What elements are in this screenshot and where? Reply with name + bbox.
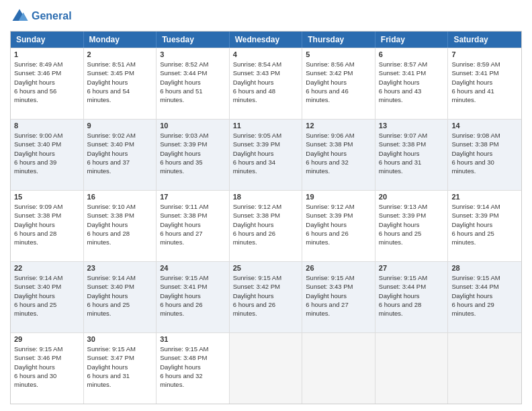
day-cell-26: 26 Sunrise: 9:15 AM Sunset: 3:43 PM Dayl… — [302, 262, 375, 332]
empty-cell — [302, 333, 375, 404]
day-cell-12: 12 Sunrise: 9:06 AM Sunset: 3:38 PM Dayl… — [302, 120, 375, 190]
day-cell-18: 18 Sunrise: 9:12 AM Sunset: 3:38 PM Dayl… — [230, 191, 303, 261]
calendar-row: 29 Sunrise: 9:15 AM Sunset: 3:46 PM Dayl… — [11, 332, 521, 404]
cell-content: Sunrise: 9:15 AM Sunset: 3:44 PM Dayligh… — [379, 273, 445, 318]
cell-content: Sunrise: 9:14 AM Sunset: 3:39 PM Dayligh… — [451, 202, 518, 246]
day-number: 10 — [160, 122, 226, 130]
cell-content: Sunrise: 9:02 AM Sunset: 3:40 PM Dayligh… — [87, 131, 153, 175]
day-number: 29 — [14, 335, 80, 343]
cell-content: Sunrise: 9:15 AM Sunset: 3:43 PM Dayligh… — [306, 273, 371, 318]
day-header-wednesday: Wednesday — [230, 32, 303, 48]
cell-content: Sunrise: 9:10 AM Sunset: 3:38 PM Dayligh… — [87, 202, 153, 246]
calendar-row: 22 Sunrise: 9:14 AM Sunset: 3:40 PM Dayl… — [11, 261, 521, 332]
day-number: 27 — [379, 264, 445, 272]
cell-content: Sunrise: 9:15 AM Sunset: 3:46 PM Dayligh… — [14, 345, 80, 389]
cell-content: Sunrise: 8:56 AM Sunset: 3:42 PM Dayligh… — [306, 60, 371, 104]
day-header-saturday: Saturday — [448, 32, 521, 48]
day-number: 3 — [160, 50, 226, 58]
day-number: 21 — [451, 193, 518, 201]
cell-content: Sunrise: 9:15 AM Sunset: 3:42 PM Dayligh… — [233, 273, 299, 318]
day-cell-6: 6 Sunrise: 8:57 AM Sunset: 3:41 PM Dayli… — [375, 48, 449, 119]
day-cell-24: 24 Sunrise: 9:15 AM Sunset: 3:41 PM Dayl… — [157, 262, 230, 332]
cell-content: Sunrise: 9:06 AM Sunset: 3:38 PM Dayligh… — [306, 131, 371, 175]
day-number: 12 — [306, 122, 371, 130]
day-header-thursday: Thursday — [302, 32, 375, 48]
calendar: SundayMondayTuesdayWednesdayThursdayFrid… — [10, 31, 522, 404]
day-number: 30 — [87, 335, 153, 343]
cell-content: Sunrise: 8:49 AM Sunset: 3:46 PM Dayligh… — [14, 60, 80, 104]
cell-content: Sunrise: 9:05 AM Sunset: 3:39 PM Dayligh… — [233, 131, 299, 175]
day-number: 4 — [233, 50, 299, 58]
day-cell-14: 14 Sunrise: 9:08 AM Sunset: 3:38 PM Dayl… — [448, 120, 521, 190]
day-number: 23 — [87, 264, 153, 272]
cell-content: Sunrise: 9:14 AM Sunset: 3:40 PM Dayligh… — [87, 273, 153, 318]
calendar-header: SundayMondayTuesdayWednesdayThursdayFrid… — [11, 32, 521, 48]
cell-content: Sunrise: 9:03 AM Sunset: 3:39 PM Dayligh… — [160, 131, 226, 175]
calendar-row: 15 Sunrise: 9:09 AM Sunset: 3:38 PM Dayl… — [11, 190, 521, 261]
day-number: 26 — [306, 264, 371, 272]
logo: General — [10, 7, 72, 26]
empty-cell — [230, 333, 303, 404]
empty-cell — [375, 333, 449, 404]
day-cell-15: 15 Sunrise: 9:09 AM Sunset: 3:38 PM Dayl… — [11, 191, 84, 261]
day-cell-31: 31 Sunrise: 9:15 AM Sunset: 3:48 PM Dayl… — [157, 333, 230, 404]
day-number: 9 — [87, 122, 153, 130]
calendar-row: 8 Sunrise: 9:00 AM Sunset: 3:40 PM Dayli… — [11, 119, 521, 190]
day-number: 7 — [451, 50, 518, 58]
day-number: 6 — [379, 50, 445, 58]
day-cell-5: 5 Sunrise: 8:56 AM Sunset: 3:42 PM Dayli… — [302, 48, 375, 119]
day-number: 13 — [379, 122, 445, 130]
cell-content: Sunrise: 8:59 AM Sunset: 3:41 PM Dayligh… — [451, 60, 518, 104]
day-cell-30: 30 Sunrise: 9:15 AM Sunset: 3:47 PM Dayl… — [84, 333, 157, 404]
day-cell-17: 17 Sunrise: 9:11 AM Sunset: 3:38 PM Dayl… — [157, 191, 230, 261]
day-cell-3: 3 Sunrise: 8:52 AM Sunset: 3:44 PM Dayli… — [157, 48, 230, 119]
day-header-friday: Friday — [375, 32, 449, 48]
day-cell-8: 8 Sunrise: 9:00 AM Sunset: 3:40 PM Dayli… — [11, 120, 84, 190]
cell-content: Sunrise: 9:11 AM Sunset: 3:38 PM Dayligh… — [160, 202, 226, 246]
day-number: 18 — [233, 193, 299, 201]
day-number: 14 — [451, 122, 518, 130]
day-number: 2 — [87, 50, 153, 58]
cell-content: Sunrise: 9:08 AM Sunset: 3:38 PM Dayligh… — [451, 131, 518, 175]
day-cell-22: 22 Sunrise: 9:14 AM Sunset: 3:40 PM Dayl… — [11, 262, 84, 332]
cell-content: Sunrise: 9:15 AM Sunset: 3:47 PM Dayligh… — [87, 345, 153, 389]
logo-icon — [10, 7, 29, 26]
day-number: 24 — [160, 264, 226, 272]
day-number: 1 — [14, 50, 80, 58]
header: General — [10, 7, 522, 26]
day-cell-13: 13 Sunrise: 9:07 AM Sunset: 3:38 PM Dayl… — [375, 120, 449, 190]
day-header-tuesday: Tuesday — [157, 32, 230, 48]
day-number: 20 — [379, 193, 445, 201]
cell-content: Sunrise: 9:14 AM Sunset: 3:40 PM Dayligh… — [14, 273, 80, 318]
day-number: 5 — [306, 50, 371, 58]
day-cell-16: 16 Sunrise: 9:10 AM Sunset: 3:38 PM Dayl… — [84, 191, 157, 261]
day-cell-19: 19 Sunrise: 9:12 AM Sunset: 3:39 PM Dayl… — [302, 191, 375, 261]
day-cell-28: 28 Sunrise: 9:15 AM Sunset: 3:44 PM Dayl… — [448, 262, 521, 332]
day-cell-20: 20 Sunrise: 9:13 AM Sunset: 3:39 PM Dayl… — [375, 191, 449, 261]
day-cell-21: 21 Sunrise: 9:14 AM Sunset: 3:39 PM Dayl… — [448, 191, 521, 261]
day-number: 25 — [233, 264, 299, 272]
day-number: 19 — [306, 193, 371, 201]
day-number: 11 — [233, 122, 299, 130]
day-cell-27: 27 Sunrise: 9:15 AM Sunset: 3:44 PM Dayl… — [375, 262, 449, 332]
day-cell-11: 11 Sunrise: 9:05 AM Sunset: 3:39 PM Dayl… — [230, 120, 303, 190]
cell-content: Sunrise: 9:12 AM Sunset: 3:38 PM Dayligh… — [233, 202, 299, 246]
cell-content: Sunrise: 8:57 AM Sunset: 3:41 PM Dayligh… — [379, 60, 445, 104]
cell-content: Sunrise: 9:13 AM Sunset: 3:39 PM Dayligh… — [379, 202, 445, 246]
cell-content: Sunrise: 9:00 AM Sunset: 3:40 PM Dayligh… — [14, 131, 80, 175]
day-cell-29: 29 Sunrise: 9:15 AM Sunset: 3:46 PM Dayl… — [11, 333, 84, 404]
cell-content: Sunrise: 9:09 AM Sunset: 3:38 PM Dayligh… — [14, 202, 80, 246]
day-cell-9: 9 Sunrise: 9:02 AM Sunset: 3:40 PM Dayli… — [84, 120, 157, 190]
day-number: 31 — [160, 335, 226, 343]
day-header-monday: Monday — [84, 32, 157, 48]
day-number: 17 — [160, 193, 226, 201]
cell-content: Sunrise: 9:12 AM Sunset: 3:39 PM Dayligh… — [306, 202, 371, 246]
day-header-sunday: Sunday — [11, 32, 84, 48]
day-cell-23: 23 Sunrise: 9:14 AM Sunset: 3:40 PM Dayl… — [84, 262, 157, 332]
cell-content: Sunrise: 8:54 AM Sunset: 3:43 PM Dayligh… — [233, 60, 299, 104]
cell-content: Sunrise: 9:15 AM Sunset: 3:44 PM Dayligh… — [451, 273, 518, 318]
calendar-body: 1 Sunrise: 8:49 AM Sunset: 3:46 PM Dayli… — [11, 48, 521, 404]
cell-content: Sunrise: 9:15 AM Sunset: 3:48 PM Dayligh… — [160, 345, 226, 389]
day-cell-25: 25 Sunrise: 9:15 AM Sunset: 3:42 PM Dayl… — [230, 262, 303, 332]
page: General SundayMondayTuesdayWednesdayThur… — [0, 0, 532, 411]
